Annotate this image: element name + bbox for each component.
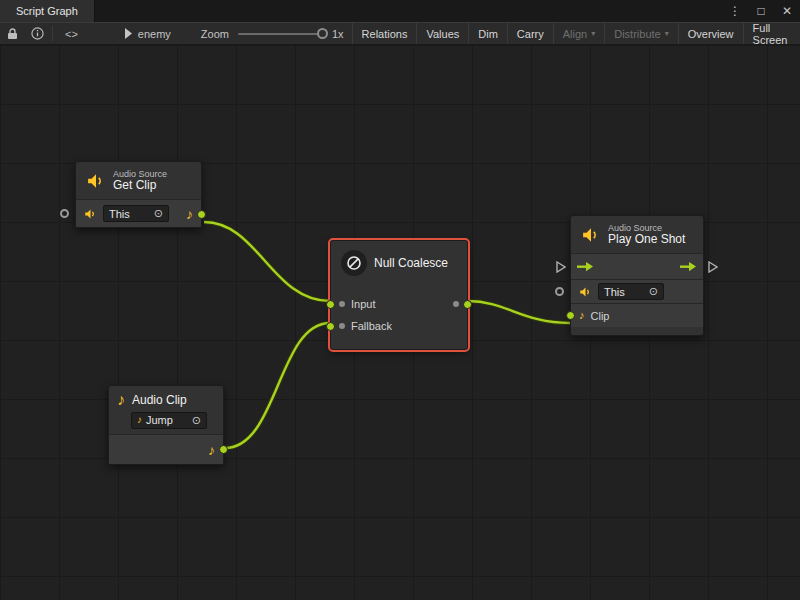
menu-icon[interactable]: ⋮ (728, 4, 742, 18)
node-audio-clip[interactable]: ♪ Audio Clip ♪ Jump ⊙ ♪ (108, 385, 224, 465)
tab-bar: Script Graph ⋮ □ ✕ (0, 0, 800, 22)
tab-title: Script Graph (16, 5, 78, 17)
fallback-port[interactable] (326, 322, 335, 331)
connection-audioclip-to-fallback[interactable] (225, 323, 330, 448)
relations-button[interactable]: Relations (352, 23, 417, 44)
close-icon[interactable]: ✕ (780, 4, 794, 18)
node-get-clip[interactable]: Audio Source Get Clip This ⊙ ♪ (75, 161, 202, 228)
play-one-shot-header: Audio Source Play One Shot (571, 216, 703, 253)
null-coalesce-icon (341, 250, 367, 276)
play-one-shot-title: Play One Shot (608, 233, 685, 247)
connection-output-to-clip[interactable] (468, 301, 570, 323)
speaker-icon (84, 208, 97, 220)
graph-toolbar: <> enemy Zoom 1x Relations Values Dim Ca… (0, 22, 800, 45)
window-controls: ⋮ □ ✕ (728, 0, 794, 22)
clip-row: ♪ Clip (571, 303, 703, 327)
get-clip-title: Get Clip (113, 179, 167, 193)
audio-clip-title: Audio Clip (132, 393, 187, 407)
audio-clip-field-row: ♪ Jump ⊙ (109, 412, 223, 434)
dim-button[interactable]: Dim (468, 23, 507, 44)
align-button[interactable]: Align ▾ (553, 23, 604, 44)
audio-clip-output-row: ♪ (109, 434, 223, 464)
input-label: Input (351, 298, 375, 310)
zoom-value: 1x (332, 28, 344, 40)
flow-in-port[interactable] (556, 261, 566, 273)
info-icon[interactable] (25, 23, 50, 44)
node-null-coalesce[interactable]: Null Coalesce Input Fallback (330, 240, 468, 350)
flow-out-port[interactable] (708, 261, 718, 273)
distribute-label: Distribute (614, 28, 660, 40)
carry-label: Carry (517, 28, 544, 40)
null-coalesce-header: Null Coalesce (331, 241, 467, 285)
input-port-row: Input (331, 293, 467, 315)
audio-clip-value: Jump (146, 414, 173, 426)
overview-button[interactable]: Overview (678, 23, 743, 44)
connection-getclip-to-input[interactable] (204, 222, 330, 301)
target-picker-icon[interactable]: ⊙ (192, 414, 201, 427)
maximize-icon[interactable]: □ (754, 4, 768, 18)
audio-clip-icon: ♪ (117, 392, 125, 408)
fallback-label: Fallback (351, 320, 392, 332)
overview-label: Overview (688, 28, 734, 40)
zoom-label: Zoom (201, 28, 229, 40)
zoom-slider[interactable] (238, 33, 323, 35)
play-one-shot-this-value: This (604, 286, 625, 298)
null-coalesce-title: Null Coalesce (374, 256, 448, 270)
audio-clip-output-icon: ♪ (208, 443, 215, 457)
fallback-inner-port[interactable] (339, 323, 345, 329)
tab-script-graph[interactable]: Script Graph (0, 0, 95, 22)
play-one-shot-titles: Audio Source Play One Shot (608, 223, 685, 247)
zoom-group: Zoom 1x (193, 23, 352, 44)
values-label: Values (426, 28, 459, 40)
clip-note-icon: ♪ (579, 310, 585, 321)
target-picker-icon[interactable]: ⊙ (154, 207, 163, 220)
audio-source-icon (86, 172, 106, 190)
field-note-icon: ♪ (137, 415, 142, 425)
relations-label: Relations (362, 28, 408, 40)
toolbar-right-buttons: Relations Values Dim Carry Align ▾ Distr… (352, 23, 800, 44)
target-picker-icon[interactable]: ⊙ (649, 285, 658, 298)
node-play-one-shot[interactable]: Audio Source Play One Shot (570, 215, 704, 336)
speaker-icon (579, 286, 592, 298)
dim-label: Dim (478, 28, 498, 40)
distribute-button[interactable]: Distribute ▾ (604, 23, 677, 44)
input-port[interactable] (326, 300, 335, 309)
graph-name: enemy (138, 28, 171, 40)
flow-row (571, 253, 703, 279)
output-port[interactable] (463, 300, 472, 309)
clip-input-port[interactable] (566, 311, 575, 320)
flow-in-arrow-icon (577, 260, 594, 273)
graph-canvas[interactable]: Audio Source Get Clip This ⊙ ♪ (0, 45, 800, 600)
lock-icon[interactable] (0, 23, 25, 44)
get-clip-titles: Audio Source Get Clip (113, 169, 167, 193)
play-one-shot-this-row: This ⊙ (571, 279, 703, 303)
code-icon-glyph: <> (65, 28, 78, 40)
audio-clip-output-port[interactable] (219, 445, 228, 454)
play-one-shot-this-field[interactable]: This ⊙ (598, 283, 664, 300)
carry-button[interactable]: Carry (507, 23, 553, 44)
get-clip-this-row: This ⊙ ♪ (76, 199, 201, 227)
align-label: Align (563, 28, 587, 40)
align-dropdown-arrow: ▾ (591, 29, 595, 38)
distribute-dropdown-arrow: ▾ (665, 29, 669, 38)
get-clip-this-value: This (109, 208, 130, 220)
full-screen-label: Full Screen (753, 22, 791, 46)
full-screen-button[interactable]: Full Screen (743, 23, 800, 44)
audio-clip-value-field[interactable]: ♪ Jump ⊙ (131, 412, 207, 429)
zoom-slider-knob[interactable] (317, 28, 328, 39)
toolbar-separator (52, 26, 53, 41)
audio-source-icon (581, 226, 601, 244)
input-output-inner-port[interactable] (453, 301, 459, 307)
fallback-port-row: Fallback (331, 315, 467, 337)
graph-name-group[interactable]: enemy (116, 23, 179, 44)
audio-clip-header: ♪ Audio Clip (109, 386, 223, 412)
input-inner-port[interactable] (339, 301, 345, 307)
code-view-icon[interactable]: <> (55, 23, 88, 44)
audio-clip-output-icon: ♪ (186, 207, 193, 221)
get-clip-header: Audio Source Get Clip (76, 162, 201, 199)
graph-cursor-icon (124, 28, 133, 39)
values-button[interactable]: Values (416, 23, 468, 44)
get-clip-this-field[interactable]: This ⊙ (103, 205, 169, 222)
script-graph-window: Script Graph ⋮ □ ✕ <> enemy Zoom 1x (0, 0, 800, 600)
clip-label: Clip (591, 310, 610, 322)
